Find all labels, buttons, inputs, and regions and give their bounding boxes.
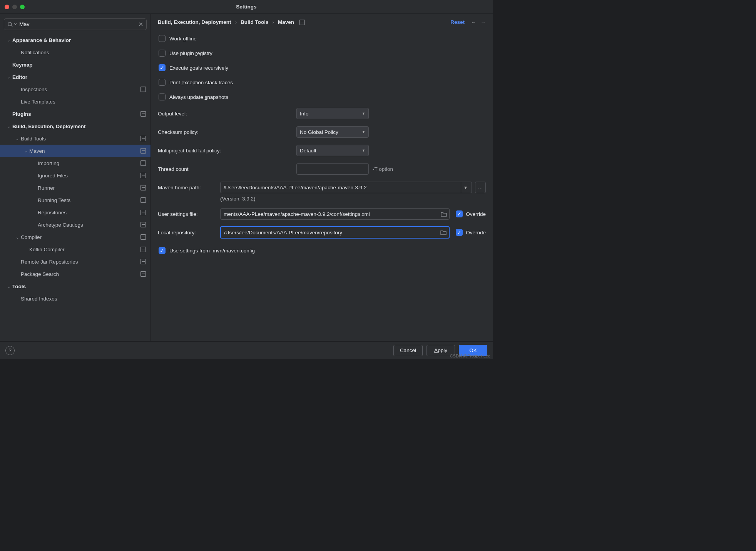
tree-item-label: Keymap: [12, 62, 146, 68]
project-scope-icon: [140, 185, 146, 190]
tree-item-repositories[interactable]: Repositories: [0, 206, 151, 219]
close-window-button[interactable]: [5, 5, 9, 9]
project-scope-icon: [140, 148, 146, 154]
tree-item-archetype-catalogs[interactable]: Archetype Catalogs: [0, 219, 151, 231]
tree-item-editor[interactable]: ⌄Editor: [0, 71, 151, 83]
tree-item-label: Appearance & Behavior: [12, 37, 146, 43]
plugin-registry-checkbox[interactable]: [159, 50, 166, 57]
local-repo-label: Local repository:: [158, 230, 220, 235]
breadcrumb-item[interactable]: Maven: [278, 19, 294, 25]
tree-item-keymap[interactable]: Keymap: [0, 58, 151, 71]
override-label: Override: [466, 230, 486, 235]
project-scope-icon: [140, 173, 146, 178]
tree-item-ignored-files[interactable]: Ignored Files: [0, 169, 151, 182]
tree-item-label: Repositories: [38, 210, 138, 215]
tree-item-label: Ignored Files: [38, 173, 138, 179]
chevron-down-icon[interactable]: ⌄: [5, 38, 12, 42]
tree-item-label: Archetype Catalogs: [38, 222, 138, 228]
breadcrumb-item[interactable]: Build Tools: [241, 19, 269, 25]
tree-item-running-tests[interactable]: Running Tests: [0, 194, 151, 206]
local-repo-input[interactable]: [221, 230, 440, 235]
execute-goals-checkbox[interactable]: ✓: [159, 64, 166, 71]
chevron-down-icon[interactable]: [14, 23, 17, 26]
tree-item-inspections[interactable]: Inspections: [0, 83, 151, 95]
tree-item-kotlin-compiler[interactable]: Kotlin Compiler: [0, 243, 151, 255]
content-pane: Build, Execution, Deployment › Build Too…: [151, 14, 493, 341]
tree-item-tools[interactable]: ⌄Tools: [0, 280, 151, 292]
project-scope-icon: [140, 87, 146, 92]
folder-icon[interactable]: [440, 229, 447, 236]
chevron-down-icon[interactable]: ⌄: [5, 284, 12, 289]
checksum-policy-select[interactable]: No Global Policy▼: [296, 126, 369, 138]
folder-icon[interactable]: [440, 210, 448, 218]
tree-item-maven[interactable]: ⌄Maven: [0, 145, 151, 157]
local-repo-override-checkbox[interactable]: ✓: [456, 229, 463, 236]
maven-home-input-wrap[interactable]: ▾: [220, 182, 472, 193]
footer: ? Cancel Apply OK: [0, 341, 493, 359]
user-settings-label: User settings file:: [158, 211, 220, 217]
reset-link[interactable]: Reset: [450, 19, 465, 25]
local-repo-input-wrap[interactable]: [220, 226, 450, 239]
settings-tree: ⌄Appearance & BehaviorNotificationsKeyma…: [0, 34, 151, 305]
back-arrow[interactable]: ←: [471, 19, 476, 25]
search-box[interactable]: [4, 18, 147, 30]
ok-button[interactable]: OK: [459, 345, 487, 356]
tree-item-remote-jar-repositories[interactable]: Remote Jar Repositories: [0, 255, 151, 268]
multiproject-select[interactable]: Default▼: [296, 145, 369, 156]
tree-item-plugins[interactable]: Plugins: [0, 108, 151, 120]
zoom-window-button[interactable]: [20, 5, 25, 9]
window-title: Settings: [0, 4, 493, 10]
browse-button[interactable]: …: [475, 182, 486, 193]
thread-count-input[interactable]: [296, 163, 369, 175]
user-settings-input-wrap[interactable]: [220, 208, 450, 220]
minimize-window-button[interactable]: [12, 5, 17, 9]
update-snapshots-checkbox[interactable]: [159, 94, 166, 100]
chevron-down-icon[interactable]: ⌄: [5, 124, 12, 129]
tree-item-label: Editor: [12, 74, 146, 80]
tree-item-notifications[interactable]: Notifications: [0, 46, 151, 58]
work-offline-checkbox[interactable]: [159, 35, 166, 42]
chevron-down-icon: ▼: [362, 112, 365, 115]
tree-item-label: Runner: [38, 185, 138, 191]
search-input[interactable]: [17, 21, 139, 27]
output-level-select[interactable]: Info▼: [296, 108, 369, 119]
use-mvn-config-label: Use settings from .mvn/maven.config: [169, 248, 255, 254]
chevron-down-icon[interactable]: ⌄: [22, 149, 29, 153]
user-settings-input[interactable]: [221, 211, 440, 217]
thread-count-label: Thread count: [158, 166, 296, 172]
tree-item-label: Build Tools: [21, 136, 138, 142]
tree-item-package-search[interactable]: Package Search: [0, 268, 151, 280]
tree-item-importing[interactable]: Importing: [0, 157, 151, 169]
tree-item-runner[interactable]: Runner: [0, 182, 151, 194]
tree-item-live-templates[interactable]: Live Templates: [0, 95, 151, 108]
plugin-registry-label: Use plugin registry: [169, 50, 212, 56]
tree-item-build-execution-deployment[interactable]: ⌄Build, Execution, Deployment: [0, 120, 151, 132]
use-mvn-config-checkbox[interactable]: ✓: [159, 247, 166, 254]
cancel-button[interactable]: Cancel: [393, 345, 423, 356]
print-exception-checkbox[interactable]: [159, 79, 166, 86]
chevron-down-icon[interactable]: ▾: [461, 182, 470, 193]
help-button[interactable]: ?: [5, 346, 15, 355]
tree-item-label: Running Tests: [38, 197, 138, 203]
override-label: Override: [466, 211, 486, 217]
tree-item-appearance-behavior[interactable]: ⌄Appearance & Behavior: [0, 34, 151, 46]
title-bar: Settings: [0, 0, 493, 14]
chevron-down-icon[interactable]: ⌄: [5, 75, 12, 79]
tree-item-label: Live Templates: [21, 99, 146, 105]
apply-button[interactable]: Apply: [427, 345, 455, 356]
chevron-down-icon[interactable]: ⌄: [14, 235, 21, 239]
project-scope-icon: [140, 210, 146, 215]
clear-icon[interactable]: [139, 22, 143, 27]
breadcrumb-separator: ›: [235, 19, 237, 25]
work-offline-label: Work offline: [169, 36, 197, 42]
tree-item-label: Inspections: [21, 87, 138, 92]
breadcrumb-item[interactable]: Build, Execution, Deployment: [158, 19, 231, 25]
tree-item-build-tools[interactable]: ⌄Build Tools: [0, 132, 151, 145]
tree-item-label: Remote Jar Repositories: [21, 259, 138, 265]
chevron-down-icon[interactable]: ⌄: [14, 137, 21, 141]
search-icon: [7, 22, 13, 27]
maven-home-input[interactable]: [221, 185, 461, 190]
user-settings-override-checkbox[interactable]: ✓: [456, 210, 463, 217]
tree-item-compiler[interactable]: ⌄Compiler: [0, 231, 151, 243]
tree-item-shared-indexes[interactable]: Shared Indexes: [0, 292, 151, 305]
